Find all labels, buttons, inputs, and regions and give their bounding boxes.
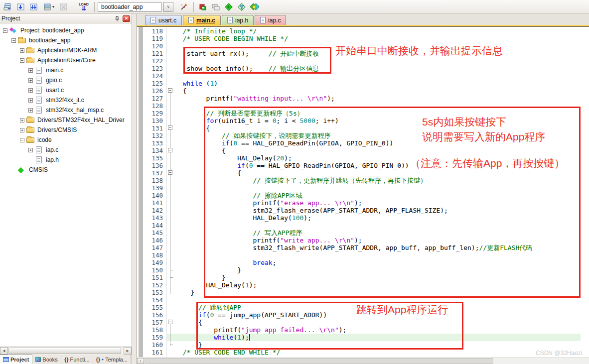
folder-glyph: [26, 48, 34, 53]
manage-project-items-icon[interactable]: [197, 1, 209, 12]
target-dropdown-button[interactable]: ˅: [163, 2, 173, 12]
line-number: 157: [144, 319, 166, 326]
expander-icon[interactable]: +: [28, 68, 33, 73]
folder-glyph: [26, 137, 34, 143]
code-token: ): [214, 80, 218, 87]
tree-item-usart-c[interactable]: +usart.c: [0, 85, 132, 95]
fold-margin[interactable]: −−−−−: [166, 27, 174, 358]
expander-icon[interactable]: −: [11, 38, 16, 43]
bottom-tab-templa[interactable]: {}▸Templa...: [93, 355, 131, 364]
fold-end-tick: [170, 277, 173, 278]
line-number: 152: [144, 281, 166, 289]
options-wand-icon[interactable]: [178, 1, 190, 12]
expander-icon[interactable]: +: [20, 48, 24, 53]
project-panel-hscrollbar[interactable]: ◄ ►: [0, 346, 132, 355]
expander-icon[interactable]: −: [3, 28, 7, 33]
expander-icon[interactable]: +: [28, 88, 33, 93]
tree-item-application-user-core[interactable]: −Application/User/Core: [0, 55, 132, 65]
panel-splitter[interactable]: [132, 14, 137, 364]
batch-build-icon[interactable]: ▾: [41, 1, 57, 12]
select-packs-icon[interactable]: [223, 1, 235, 12]
fold-collapse-icon[interactable]: −: [168, 148, 172, 152]
bottom-tab-functi[interactable]: {}Functi...: [61, 355, 93, 364]
line-number: 151: [144, 274, 166, 281]
expander-icon[interactable]: −: [20, 58, 24, 63]
line-number: 144: [144, 222, 166, 229]
tree-item-label: main.c: [46, 67, 63, 74]
fold-collapse-icon[interactable]: −: [168, 170, 172, 175]
arrow-icon: ▸: [102, 357, 104, 362]
close-icon[interactable]: ✕: [123, 15, 130, 22]
chevron-down-icon: ˅: [167, 4, 169, 9]
filter-packs-icon[interactable]: [236, 1, 248, 12]
folder-icon: [26, 136, 35, 143]
fold-collapse-icon[interactable]: −: [168, 125, 172, 130]
build-icon[interactable]: [15, 1, 27, 12]
project-panel: Project ✕ −Project: bootloader_app−bootl…: [0, 14, 132, 364]
line-number: 134: [144, 147, 166, 154]
runtime-env-icon[interactable]: [249, 1, 261, 12]
bottom-tab-label: Templa...: [105, 357, 128, 363]
target-select[interactable]: bootloader_app: [98, 2, 161, 12]
tab-usart-c[interactable]: usart.c: [145, 15, 182, 25]
translate-icon[interactable]: [2, 1, 14, 12]
fold-collapse-icon[interactable]: −: [168, 320, 172, 324]
editor-hscrollbar[interactable]: ‹: [137, 357, 589, 364]
tree-item-drivers-cmsis[interactable]: +Drivers/CMSIS: [0, 125, 132, 135]
tree-item-application-mdk-arm[interactable]: +Application/MDK-ARM: [0, 45, 132, 55]
tree-item-main-c[interactable]: +main.c: [0, 65, 132, 75]
code-line[interactable]: /* USER CODE END WHILE */: [175, 349, 532, 356]
breakpoint-margin[interactable]: [139, 27, 143, 358]
tree-item-stm32f4xx-hal-msp-c[interactable]: +stm32f4xx_hal_msp.c: [0, 105, 132, 115]
code-line[interactable]: /* USER CODE BEGIN WHILE */: [175, 35, 532, 42]
tab-iap-c[interactable]: iap.c: [255, 15, 286, 25]
tree-item-iap-h[interactable]: iap.h: [0, 155, 132, 165]
target-name: bootloader_app: [101, 3, 143, 10]
tree-item-bootloader-app[interactable]: −bootloader_app: [0, 35, 132, 45]
bottom-tab-project[interactable]: Project: [0, 355, 32, 364]
annotation-update-line1: 5s内如果按键按下: [422, 115, 545, 129]
file-glyph: [36, 156, 42, 163]
line-number: 135: [144, 154, 166, 162]
folder-glyph: [26, 118, 34, 123]
toolbar-separator: [73, 2, 73, 12]
expander-icon[interactable]: +: [20, 128, 24, 132]
tab-main-c[interactable]: main.c: [183, 15, 221, 25]
scrollbar-thumb[interactable]: [145, 358, 493, 364]
expander-icon[interactable]: +: [20, 118, 24, 122]
code-line[interactable]: printf("waitting input... \r\n");: [175, 95, 532, 102]
tree-item-cmsis[interactable]: CMSIS: [0, 165, 132, 175]
left-arrow-icon[interactable]: ◄: [0, 347, 8, 355]
tree-item-project-bootloader-app[interactable]: −Project: bootloader_app: [0, 25, 132, 35]
code-editor[interactable]: 1181191201211221231241251261271281291301…: [137, 27, 589, 364]
tree-item-gpio-c[interactable]: +gpio.c: [0, 75, 132, 85]
expander-icon[interactable]: −: [20, 138, 24, 142]
expander-icon[interactable]: +: [28, 108, 33, 113]
tree-item-icode[interactable]: −icode: [0, 135, 132, 145]
code-token: printf(: [175, 95, 233, 102]
expander-icon[interactable]: +: [28, 98, 33, 103]
tree-item-drivers-stm32f4xx-hal-driver[interactable]: +Drivers/STM32F4xx_HAL_Driver: [0, 115, 132, 125]
pin-icon[interactable]: [113, 15, 121, 22]
tab-iap-h[interactable]: iap.h: [222, 15, 254, 25]
cmsis-glyph: [18, 166, 25, 173]
fold-collapse-icon[interactable]: −: [168, 88, 172, 93]
tree-item-iap-c[interactable]: +iap.c: [0, 145, 132, 155]
left-arrow-icon[interactable]: ‹: [137, 358, 144, 364]
code-token: /* USER CODE BEGIN WHILE */: [175, 35, 288, 42]
right-arrow-icon[interactable]: ►: [124, 347, 132, 355]
scrollbar-thumb[interactable]: [8, 348, 121, 354]
bottom-tab-books[interactable]: Books: [32, 355, 61, 364]
expander-icon[interactable]: +: [28, 78, 33, 83]
project-tree[interactable]: −Project: bootloader_app−bootloader_app+…: [0, 24, 132, 355]
tree-item-stm32f4xx-it-c[interactable]: +stm32f4xx_it.c: [0, 95, 132, 105]
folder-glyph: [26, 58, 34, 63]
code-line[interactable]: /* Infinite loop */: [175, 27, 532, 35]
code-line[interactable]: while (1): [175, 80, 532, 87]
rebuild-icon[interactable]: [28, 1, 40, 12]
load-flash-button[interactable]: LOAD ⇊: [76, 1, 91, 13]
tree-item-label: stm32f4xx_hal_msp.c: [46, 107, 104, 114]
expander-icon[interactable]: +: [28, 148, 33, 152]
manage-multiproject-icon[interactable]: [210, 1, 222, 12]
code-line[interactable]: {: [175, 87, 532, 95]
